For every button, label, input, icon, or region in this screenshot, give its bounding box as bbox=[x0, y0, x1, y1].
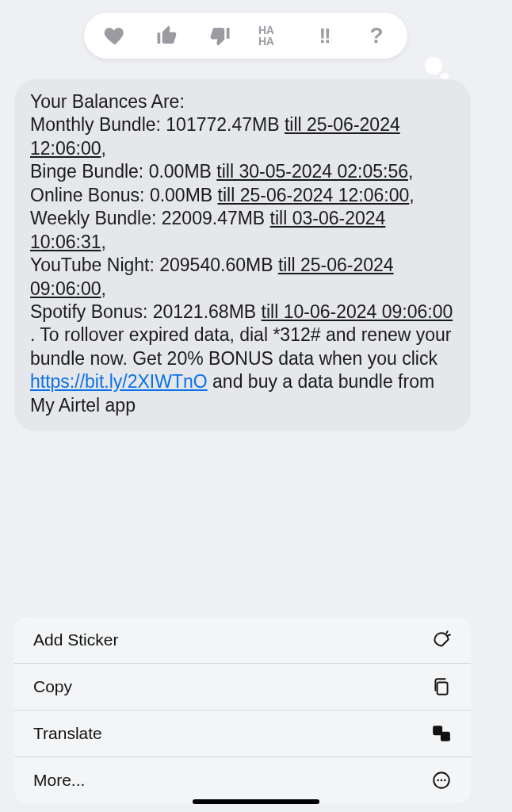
thumbs-down-icon[interactable] bbox=[206, 24, 233, 48]
menu-copy[interactable]: Copy bbox=[14, 664, 471, 710]
translate-icon: A文 bbox=[431, 723, 452, 744]
balances-header: Your Balances Are: bbox=[30, 90, 455, 113]
balance-row: Monthly Bundle: 101772.47MB till 25-06-2… bbox=[30, 114, 400, 158]
heart-icon[interactable] bbox=[101, 24, 128, 48]
menu-translate[interactable]: Translate A文 bbox=[14, 710, 471, 757]
tapback-tail bbox=[425, 57, 442, 75]
balance-value: 0.00MB bbox=[150, 185, 218, 205]
balance-value: 22009.47MB bbox=[162, 208, 270, 228]
menu-label: Add Sticker bbox=[33, 630, 118, 649]
balance-row: Spotify Bonus: 20121.68MB till 10-06-202… bbox=[30, 301, 453, 322]
svg-point-6 bbox=[437, 779, 439, 782]
menu-more[interactable]: More... bbox=[14, 757, 471, 803]
balance-value: 209540.60MB bbox=[159, 255, 278, 275]
balance-expiry: till 10-06-2024 09:06:00 bbox=[262, 301, 453, 322]
context-menu: Add Sticker Copy Translate A文 More... bbox=[14, 617, 471, 803]
menu-label: Copy bbox=[33, 677, 72, 696]
balance-value: 0.00MB bbox=[149, 161, 217, 182]
balance-expiry: till 30-05-2024 02:05:56 bbox=[216, 161, 408, 182]
svg-text:文: 文 bbox=[443, 733, 449, 741]
balance-row: YouTube Night: 209540.60MB till 25-06-20… bbox=[30, 255, 394, 298]
menu-add-sticker[interactable]: Add Sticker bbox=[14, 617, 471, 664]
balance-label: Monthly Bundle: bbox=[30, 114, 166, 135]
svg-point-7 bbox=[441, 779, 443, 782]
balance-value: 101772.47MB bbox=[166, 114, 285, 135]
balance-label: YouTube Night: bbox=[30, 255, 159, 275]
more-icon bbox=[431, 770, 452, 791]
copy-icon bbox=[431, 676, 452, 697]
balance-label: Online Bonus: bbox=[30, 185, 150, 205]
menu-label: Translate bbox=[33, 724, 102, 743]
add-sticker-icon bbox=[431, 630, 452, 650]
balance-row: Weekly Bundle: 22009.47MB till 03-06-202… bbox=[30, 208, 385, 251]
balance-label: Weekly Bundle: bbox=[30, 208, 162, 228]
svg-point-8 bbox=[444, 779, 446, 782]
message-bubble[interactable]: Your Balances Are: Monthly Bundle: 10177… bbox=[14, 79, 471, 431]
emphasis-icon[interactable]: !! bbox=[311, 24, 338, 48]
haha-icon[interactable]: HA HA bbox=[258, 24, 285, 48]
balance-value: 20121.68MB bbox=[153, 301, 262, 322]
balance-row: Online Bonus: 0.00MB till 25-06-2024 12:… bbox=[30, 185, 415, 205]
svg-rect-0 bbox=[437, 683, 448, 695]
home-indicator[interactable] bbox=[193, 799, 319, 804]
haha-text: HA HA bbox=[258, 25, 285, 47]
thumbs-up-icon[interactable] bbox=[154, 24, 181, 48]
balance-label: Binge Bundle: bbox=[30, 161, 149, 182]
balance-expiry: till 25-06-2024 12:06:00 bbox=[218, 185, 410, 205]
menu-label: More... bbox=[33, 771, 85, 790]
balance-row: Binge Bundle: 0.00MB till 30-05-2024 02:… bbox=[30, 161, 413, 182]
tapback-bar: HA HA !! ? bbox=[84, 13, 407, 59]
footer-text: . To rollover expired data, dial *312# a… bbox=[30, 324, 451, 368]
balance-label: Spotify Bonus: bbox=[30, 301, 153, 322]
promo-link[interactable]: https://bit.ly/2XIWTnO bbox=[30, 371, 208, 392]
question-icon[interactable]: ? bbox=[363, 24, 390, 48]
